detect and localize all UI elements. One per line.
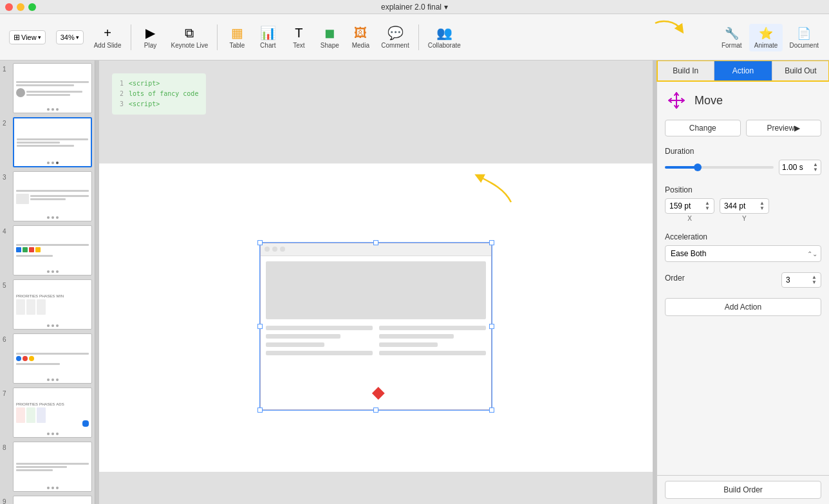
collaborate-button[interactable]: 👥 Collaborate xyxy=(424,23,465,51)
tab-build-out[interactable]: Build Out xyxy=(772,61,829,80)
zoom-dropdown[interactable]: 34% ▾ xyxy=(56,30,84,44)
position-x-stepper[interactable]: ▲ ▼ xyxy=(705,201,710,211)
browser-content xyxy=(261,256,491,364)
position-x-down[interactable]: ▼ xyxy=(705,206,710,211)
acceleration-label: Acceleration xyxy=(665,232,821,241)
preview-button[interactable]: Preview ▶ xyxy=(746,120,822,136)
format-button[interactable]: 🔧 Format xyxy=(716,24,748,51)
maximize-button[interactable] xyxy=(28,3,36,11)
order-down[interactable]: ▼ xyxy=(812,280,817,285)
change-button[interactable]: Change xyxy=(665,120,741,136)
slide-item-2[interactable]: 2 xyxy=(3,117,92,167)
shape-button[interactable]: ◼ Shape xyxy=(315,23,344,51)
duration-label: Duration xyxy=(665,147,821,156)
toolbar: ⊞ View ▾ 34% ▾ + Add Slide ▶ Play ⧉ Keyn… xyxy=(0,14,829,61)
add-slide-button[interactable]: + Add Slide xyxy=(90,23,126,51)
window-title: explainer 2.0 final ▾ xyxy=(381,3,448,12)
text-button[interactable]: T Text xyxy=(284,23,313,51)
main-area: 1 2 xyxy=(0,61,829,504)
position-y-stepper[interactable]: ▲ ▼ xyxy=(759,201,765,211)
duration-row: ▲ ▼ xyxy=(665,160,821,175)
position-y-down[interactable]: ▼ xyxy=(759,206,765,211)
slide-item-8[interactable]: 8 xyxy=(3,442,92,492)
tab-build-in[interactable]: Build In xyxy=(657,61,714,80)
animation-header: Move xyxy=(665,89,821,112)
order-input-wrap: ▲ ▼ xyxy=(781,272,821,288)
browser-dot-3 xyxy=(280,247,285,252)
document-button[interactable]: 📄 Document xyxy=(784,24,824,51)
add-action-button[interactable]: Add Action xyxy=(665,298,821,316)
build-order-button[interactable]: Build Order xyxy=(665,481,821,499)
browser-hero-image xyxy=(266,261,486,319)
order-input[interactable] xyxy=(786,275,812,285)
position-row: ▲ ▼ X ▲ ▼ Y xyxy=(665,198,821,222)
panel-footer: Build Order xyxy=(657,475,829,504)
animate-button[interactable]: ⭐ Animate xyxy=(749,24,783,51)
duration-down[interactable]: ▼ xyxy=(813,167,818,173)
animation-type: Move xyxy=(694,94,723,107)
duration-input-wrap: ▲ ▼ xyxy=(779,160,821,175)
duration-slider[interactable] xyxy=(665,166,774,169)
slide-panel: 1 2 xyxy=(0,61,95,504)
browser-columns xyxy=(266,326,486,359)
right-panel: Build In Action Build Out Move xyxy=(657,61,829,504)
browser-mockup[interactable] xyxy=(260,243,492,410)
slide-item-3[interactable]: 3 xyxy=(3,171,92,221)
minimize-button[interactable] xyxy=(17,3,24,11)
tab-action[interactable]: Action xyxy=(714,61,772,80)
position-y-label: Y xyxy=(720,215,769,222)
close-button[interactable] xyxy=(5,3,13,11)
browser-dot-2 xyxy=(272,247,277,252)
traffic-lights xyxy=(5,3,36,11)
browser-col-right xyxy=(379,326,486,359)
slide-item-6[interactable]: 6 xyxy=(3,333,92,384)
divider-1 xyxy=(131,24,131,50)
slide-item-5[interactable]: 5 PRIORITIESPHASESWIN xyxy=(3,279,92,330)
slide-item-4[interactable]: 4 xyxy=(3,225,92,275)
browser-dot-1 xyxy=(265,247,270,252)
yellow-arrow-1 xyxy=(642,17,694,49)
right-toolbar: 🔧 Format ⭐ Animate 📄 Document xyxy=(716,14,829,61)
browser-col-left xyxy=(266,326,373,359)
view-dropdown[interactable]: ⊞ View ▾ xyxy=(9,30,46,44)
zoom-control[interactable]: 34% ▾ xyxy=(52,28,88,47)
divider-2 xyxy=(217,24,218,50)
keynote-live-button[interactable]: ⧉ Keynote Live xyxy=(167,23,212,51)
title-bar: explainer 2.0 final ▾ xyxy=(0,0,829,14)
move-icon xyxy=(665,89,688,112)
position-x-input[interactable] xyxy=(669,201,705,210)
slide-item-9[interactable]: 9 xyxy=(3,496,92,504)
order-label: Order xyxy=(665,274,685,283)
chart-button[interactable]: 📊 Chart xyxy=(254,23,282,51)
order-stepper[interactable]: ▲ ▼ xyxy=(812,275,817,285)
comment-button[interactable]: 💬 Comment xyxy=(377,23,413,51)
yellow-arrow-2 xyxy=(472,170,524,209)
panel-tabs: Build In Action Build Out xyxy=(657,61,829,81)
position-y-group: ▲ ▼ Y xyxy=(720,198,769,222)
duration-stepper[interactable]: ▲ ▼ xyxy=(813,162,818,173)
browser-titlebar xyxy=(261,243,491,256)
position-x-label: X xyxy=(665,215,714,222)
position-x-wrap: ▲ ▼ xyxy=(665,198,714,214)
position-x-group: ▲ ▼ X xyxy=(665,198,714,222)
animation-controls: Change Preview ▶ xyxy=(665,120,821,136)
position-label: Position xyxy=(665,185,821,194)
slider-fill xyxy=(665,166,698,169)
slide-item-1[interactable]: 1 xyxy=(3,63,92,113)
order-row: Order ▲ ▼ xyxy=(665,272,821,288)
duration-input[interactable] xyxy=(782,163,813,172)
panel-body: Move Change Preview ▶ Duration xyxy=(657,81,829,475)
code-block: 1<script> 2lots of fancy code 3<script> xyxy=(112,73,206,115)
view-group[interactable]: ⊞ View ▾ xyxy=(5,28,50,47)
position-y-wrap: ▲ ▼ xyxy=(720,198,769,214)
acceleration-select-wrap: Ease Both None Ease In Ease Out ⌃⌄ xyxy=(665,245,821,262)
play-button[interactable]: ▶ Play xyxy=(136,23,165,51)
position-y-input[interactable] xyxy=(724,201,759,210)
acceleration-select[interactable]: Ease Both None Ease In Ease Out xyxy=(665,245,821,262)
table-button[interactable]: ▦ Table xyxy=(223,23,251,51)
divider-3 xyxy=(418,24,419,50)
media-button[interactable]: 🖼 Media xyxy=(346,23,375,51)
slider-thumb[interactable] xyxy=(694,163,702,171)
canvas-area: 1<script> 2lots of fancy code 3<script> xyxy=(95,61,657,504)
slide-item-7[interactable]: 7 PRIORITIESPHASESADS xyxy=(3,387,92,438)
